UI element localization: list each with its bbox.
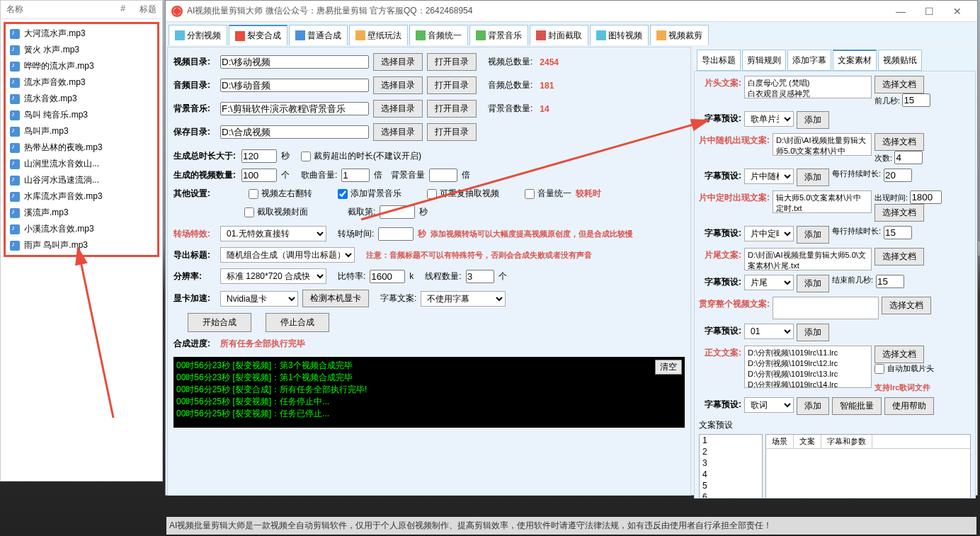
capture-at-input[interactable] — [380, 205, 415, 219]
preset-table[interactable]: 场景文案字幕和参数 — [765, 434, 971, 498]
head-select-doc-button[interactable]: 选择文档 — [874, 76, 924, 93]
audio-dir-select-button[interactable]: 选择目录 — [373, 76, 423, 94]
export-title-select[interactable]: 随机组合生成（调用导出标题） — [220, 247, 355, 263]
bg-vol-input[interactable] — [429, 169, 457, 182]
file-item[interactable]: 溪流声.mp3 — [7, 205, 156, 221]
file-item[interactable]: 水库流水声音效.mp3 — [7, 188, 156, 205]
midrand-sub-add-button[interactable]: 添加 — [797, 169, 829, 186]
right-tab-导出标题[interactable]: 导出标题 — [697, 50, 741, 71]
preset-list[interactable]: 123456 — [699, 434, 763, 498]
head-sec-input[interactable] — [902, 93, 930, 107]
tab-封面截取[interactable]: 封面截取 — [530, 25, 588, 45]
tail-sub-add-button[interactable]: 添加 — [797, 275, 829, 292]
tab-壁纸玩法[interactable]: 壁纸玩法 — [349, 25, 408, 45]
main-sub-select[interactable]: 歌词 — [744, 397, 794, 413]
preset-item[interactable]: 3 — [700, 457, 762, 469]
thread-input[interactable] — [466, 270, 494, 283]
tab-视频裁剪[interactable]: 视频裁剪 — [650, 25, 709, 45]
preset-item[interactable]: 4 — [700, 469, 762, 480]
right-tab-文案素材[interactable]: 文案素材 — [833, 50, 877, 71]
file-item[interactable]: 哗哗的流水声.mp3 — [7, 58, 156, 74]
head-sub-select[interactable]: 歌单片头 — [744, 111, 794, 127]
head-sub-add-button[interactable]: 添加 — [797, 111, 829, 129]
midtime-t-input[interactable] — [910, 190, 942, 204]
main-sub-add-button[interactable]: 添加 — [797, 397, 829, 415]
tail-input[interactable]: D:\封面\AI视频批量剪辑大师5.0\文案素材\片尾.txt — [744, 248, 872, 270]
preset-item[interactable]: 6 — [700, 491, 762, 498]
midrand-sub-select[interactable]: 片中随机 — [744, 169, 794, 184]
reextract-checkbox[interactable] — [427, 189, 437, 199]
file-item[interactable]: 小溪流水音效.mp3 — [7, 221, 156, 237]
file-item[interactable]: 大河流水声.mp3 — [7, 25, 156, 42]
bitrate-input[interactable] — [370, 270, 405, 283]
song-vol-input[interactable] — [341, 169, 370, 182]
tail-sub-select[interactable]: 片尾 — [744, 275, 794, 290]
add-bgm-checkbox[interactable] — [338, 189, 348, 199]
midrand-input[interactable]: D:\封面\AI视频批量剪辑大师5.0\文案素材\片中 — [773, 133, 872, 156]
crop-cover-checkbox[interactable] — [244, 207, 254, 217]
preset-item[interactable]: 1 — [700, 435, 762, 446]
tab-背景音乐[interactable]: 背景音乐 — [469, 25, 528, 45]
clear-log-button[interactable]: 清空 — [655, 360, 682, 375]
file-item[interactable]: 鸟叫 纯音乐.mp3 — [7, 107, 156, 123]
right-tab-添加字幕[interactable]: 添加字幕 — [787, 50, 831, 71]
file-item[interactable]: 簧火 水声.mp3 — [7, 42, 156, 58]
file-item[interactable]: 流水声音效.mp3 — [7, 74, 156, 91]
file-item[interactable]: 流水音效.mp3 — [7, 91, 156, 107]
tab-分割视频[interactable]: 分割视频 — [169, 25, 227, 45]
bgm-dir-open-button[interactable]: 打开目录 — [427, 100, 477, 118]
tab-裂变合成[interactable]: 裂变合成 — [229, 25, 287, 45]
preset-item[interactable]: 2 — [700, 446, 762, 457]
start-compose-button[interactable]: 开始合成 — [188, 313, 251, 332]
subtitle-select[interactable]: 不使用字幕 — [421, 291, 506, 307]
gen-count-input[interactable] — [241, 169, 277, 182]
audio-dir-input[interactable] — [220, 79, 369, 92]
through-select-doc-button[interactable]: 选择文档 — [882, 297, 931, 314]
trim-overflow-checkbox[interactable] — [301, 152, 311, 161]
maximize-button[interactable]: ☐ — [915, 6, 943, 17]
save-dir-select-button[interactable]: 选择目录 — [373, 123, 423, 141]
flip-h-checkbox[interactable] — [249, 189, 258, 199]
transition-time-input[interactable] — [378, 227, 414, 241]
vol-unify-checkbox[interactable] — [525, 189, 535, 199]
transition-select[interactable]: 01.无特效直接转 — [220, 226, 326, 241]
help-button[interactable]: 使用帮助 — [884, 397, 934, 415]
stop-compose-button[interactable]: 停止合成 — [266, 313, 329, 332]
tail-select-doc-button[interactable]: 选择文档 — [874, 248, 924, 266]
duration-gt-input[interactable] — [241, 149, 277, 163]
file-item[interactable]: 山涧里流水音效山... — [7, 156, 156, 172]
right-tab-剪辑规则[interactable]: 剪辑规则 — [742, 50, 786, 71]
file-item[interactable]: 雨声 鸟叫声.mp3 — [7, 237, 156, 253]
right-tab-视频贴纸[interactable]: 视频贴纸 — [878, 50, 922, 71]
preset-item[interactable]: 5 — [700, 480, 762, 491]
video-dir-open-button[interactable]: 打开目录 — [427, 53, 477, 71]
gpu-select[interactable]: Nvidia显卡 — [220, 291, 298, 307]
tab-音频统一[interactable]: 音频统一 — [409, 25, 468, 45]
video-dir-input[interactable] — [220, 55, 369, 69]
close-button[interactable]: ✕ — [943, 6, 972, 17]
tail-end-input[interactable] — [876, 275, 904, 288]
bgm-dir-input[interactable] — [220, 102, 369, 115]
main-text-input[interactable]: D:\分割视频\1019lrc\11.lrc D:\分割视频\1019lrc\1… — [744, 346, 872, 388]
video-dir-select-button[interactable]: 选择目录 — [373, 53, 423, 71]
save-dir-input[interactable] — [220, 125, 369, 139]
file-item[interactable]: 鸟叫声.mp3 — [7, 123, 156, 139]
midrand-count-input[interactable] — [894, 151, 923, 164]
through-input[interactable] — [773, 297, 879, 319]
autoload-head-checkbox[interactable] — [874, 364, 884, 374]
through-sub-add-button[interactable]: 添加 — [797, 324, 829, 341]
file-item[interactable]: 山谷河水迅速流淌... — [7, 172, 156, 188]
midtime-sub-add-button[interactable]: 添加 — [797, 226, 829, 244]
save-dir-open-button[interactable]: 打开目录 — [427, 123, 477, 141]
tab-普通合成[interactable]: 普通合成 — [289, 25, 348, 45]
midtime-input[interactable]: 辑大师5.0\文案素材\片中定时.txt — [773, 190, 872, 213]
midrand-select-doc-button[interactable]: 选择文档 — [874, 133, 924, 151]
detect-gpu-button[interactable]: 检测本机显卡 — [302, 290, 369, 307]
file-item[interactable]: 热带丛林的夜晚.mp3 — [7, 139, 156, 156]
midrand-dur-input[interactable] — [884, 169, 912, 182]
midtime-dur-input[interactable] — [884, 226, 912, 239]
resolution-select[interactable]: 标准 1280*720 合成快 — [220, 268, 326, 284]
bgm-dir-select-button[interactable]: 选择目录 — [373, 100, 423, 118]
head-text-input[interactable]: 白度母心咒 (梵唱) 白衣观音灵感神咒 — [744, 76, 872, 98]
midtime-select-doc-button[interactable]: 选择文档 — [874, 204, 924, 222]
